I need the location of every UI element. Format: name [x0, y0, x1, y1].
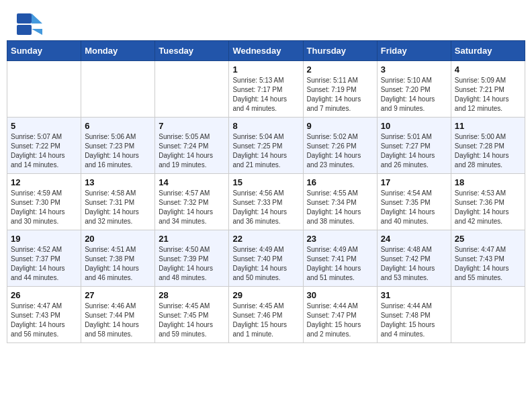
- cell-info-text: Sunrise: 4:57 AM Sunset: 7:32 PM Dayligh…: [159, 189, 225, 226]
- cell-date-number: 30: [307, 290, 373, 300]
- calendar-cell: [7, 61, 81, 118]
- cell-info-text: Sunrise: 4:56 AM Sunset: 7:33 PM Dayligh…: [232, 189, 299, 226]
- day-header-friday: Friday: [377, 41, 451, 61]
- cell-info-text: Sunrise: 4:47 AM Sunset: 7:43 PM Dayligh…: [455, 245, 521, 283]
- cell-info-text: Sunrise: 4:44 AM Sunset: 7:47 PM Dayligh…: [307, 302, 373, 339]
- calendar-cell: 18Sunrise: 4:53 AM Sunset: 7:36 PM Dayli…: [451, 174, 525, 230]
- calendar-cell: 3Sunrise: 5:10 AM Sunset: 7:20 PM Daylig…: [377, 61, 451, 118]
- cell-date-number: 13: [85, 177, 151, 187]
- cell-info-text: Sunrise: 5:11 AM Sunset: 7:19 PM Dayligh…: [307, 76, 373, 113]
- cell-date-number: 31: [381, 290, 447, 300]
- cell-info-text: Sunrise: 5:02 AM Sunset: 7:26 PM Dayligh…: [307, 132, 373, 170]
- calendar-cell: 27Sunrise: 4:46 AM Sunset: 7:44 PM Dayli…: [81, 287, 155, 343]
- calendar-cell: 4Sunrise: 5:09 AM Sunset: 7:21 PM Daylig…: [451, 61, 525, 118]
- cell-date-number: 26: [11, 290, 77, 300]
- calendar-cell: 8Sunrise: 5:04 AM Sunset: 7:25 PM Daylig…: [229, 118, 303, 174]
- cell-info-text: Sunrise: 4:45 AM Sunset: 7:46 PM Dayligh…: [232, 302, 299, 339]
- svg-rect-0: [17, 13, 32, 24]
- calendar-cell: 9Sunrise: 5:02 AM Sunset: 7:26 PM Daylig…: [303, 118, 377, 174]
- cell-date-number: 16: [307, 177, 373, 187]
- calendar-cell: [451, 287, 525, 343]
- cell-info-text: Sunrise: 4:49 AM Sunset: 7:41 PM Dayligh…: [307, 245, 373, 283]
- calendar-cell: 28Sunrise: 4:45 AM Sunset: 7:45 PM Dayli…: [155, 287, 229, 343]
- calendar-cell: 22Sunrise: 4:49 AM Sunset: 7:40 PM Dayli…: [229, 230, 303, 287]
- cell-info-text: Sunrise: 5:05 AM Sunset: 7:24 PM Dayligh…: [159, 132, 225, 170]
- day-header-thursday: Thursday: [303, 41, 377, 61]
- calendar-cell: 14Sunrise: 4:57 AM Sunset: 7:32 PM Dayli…: [155, 174, 229, 230]
- cell-date-number: 2: [307, 64, 373, 75]
- calendar-cell: 5Sunrise: 5:07 AM Sunset: 7:22 PM Daylig…: [7, 118, 81, 174]
- calendar-cell: [155, 61, 229, 118]
- day-header-sunday: Sunday: [7, 41, 81, 61]
- cell-info-text: Sunrise: 4:47 AM Sunset: 7:43 PM Dayligh…: [11, 302, 77, 339]
- calendar-week-row: 5Sunrise: 5:07 AM Sunset: 7:22 PM Daylig…: [7, 118, 525, 174]
- cell-info-text: Sunrise: 5:04 AM Sunset: 7:25 PM Dayligh…: [232, 132, 299, 170]
- calendar-cell: 21Sunrise: 4:50 AM Sunset: 7:39 PM Dayli…: [155, 230, 229, 287]
- day-header-monday: Monday: [81, 41, 155, 61]
- page-header: [7, 7, 525, 37]
- cell-date-number: 28: [159, 290, 225, 300]
- logo: [17, 13, 40, 34]
- cell-date-number: 8: [232, 121, 299, 131]
- calendar-cell: 2Sunrise: 5:11 AM Sunset: 7:19 PM Daylig…: [303, 61, 377, 118]
- calendar-table: SundayMondayTuesdayWednesdayThursdayFrid…: [7, 40, 525, 343]
- cell-date-number: 1: [232, 64, 299, 75]
- cell-info-text: Sunrise: 4:58 AM Sunset: 7:31 PM Dayligh…: [85, 189, 151, 226]
- cell-date-number: 18: [455, 177, 521, 187]
- cell-info-text: Sunrise: 5:07 AM Sunset: 7:22 PM Dayligh…: [11, 132, 77, 170]
- cell-date-number: 11: [455, 121, 521, 131]
- cell-info-text: Sunrise: 4:45 AM Sunset: 7:45 PM Dayligh…: [159, 302, 225, 339]
- calendar-cell: 17Sunrise: 4:54 AM Sunset: 7:35 PM Dayli…: [377, 174, 451, 230]
- calendar-cell: 1Sunrise: 5:13 AM Sunset: 7:17 PM Daylig…: [229, 61, 303, 118]
- calendar-cell: 30Sunrise: 4:44 AM Sunset: 7:47 PM Dayli…: [303, 287, 377, 343]
- cell-info-text: Sunrise: 4:52 AM Sunset: 7:37 PM Dayligh…: [11, 245, 77, 283]
- cell-date-number: 4: [455, 64, 521, 75]
- calendar-cell: 24Sunrise: 4:48 AM Sunset: 7:42 PM Dayli…: [377, 230, 451, 287]
- day-header-tuesday: Tuesday: [155, 41, 229, 61]
- cell-info-text: Sunrise: 4:49 AM Sunset: 7:40 PM Dayligh…: [232, 245, 299, 283]
- calendar-week-row: 19Sunrise: 4:52 AM Sunset: 7:37 PM Dayli…: [7, 230, 525, 287]
- cell-date-number: 25: [455, 234, 521, 244]
- cell-date-number: 27: [85, 290, 151, 300]
- cell-date-number: 17: [381, 177, 447, 187]
- cell-info-text: Sunrise: 5:10 AM Sunset: 7:20 PM Dayligh…: [381, 76, 447, 113]
- cell-info-text: Sunrise: 5:00 AM Sunset: 7:28 PM Dayligh…: [455, 132, 521, 170]
- calendar-cell: 13Sunrise: 4:58 AM Sunset: 7:31 PM Dayli…: [81, 174, 155, 230]
- calendar-cell: 15Sunrise: 4:56 AM Sunset: 7:33 PM Dayli…: [229, 174, 303, 230]
- cell-info-text: Sunrise: 4:53 AM Sunset: 7:36 PM Dayligh…: [455, 189, 521, 226]
- cell-date-number: 6: [85, 121, 151, 131]
- calendar-cell: 7Sunrise: 5:05 AM Sunset: 7:24 PM Daylig…: [155, 118, 229, 174]
- cell-date-number: 23: [307, 234, 373, 244]
- cell-info-text: Sunrise: 4:54 AM Sunset: 7:35 PM Dayligh…: [381, 189, 447, 226]
- cell-info-text: Sunrise: 5:06 AM Sunset: 7:23 PM Dayligh…: [85, 132, 151, 170]
- svg-rect-1: [17, 25, 32, 35]
- calendar-cell: 6Sunrise: 5:06 AM Sunset: 7:23 PM Daylig…: [81, 118, 155, 174]
- cell-info-text: Sunrise: 4:59 AM Sunset: 7:30 PM Dayligh…: [11, 189, 77, 226]
- cell-info-text: Sunrise: 4:46 AM Sunset: 7:44 PM Dayligh…: [85, 302, 151, 339]
- cell-info-text: Sunrise: 5:09 AM Sunset: 7:21 PM Dayligh…: [455, 76, 521, 113]
- calendar-cell: 19Sunrise: 4:52 AM Sunset: 7:37 PM Dayli…: [7, 230, 81, 287]
- calendar-cell: [81, 61, 155, 118]
- cell-date-number: 19: [11, 234, 77, 244]
- cell-date-number: 9: [307, 121, 373, 131]
- cell-date-number: 10: [381, 121, 447, 131]
- cell-date-number: 12: [11, 177, 77, 187]
- calendar-cell: 11Sunrise: 5:00 AM Sunset: 7:28 PM Dayli…: [451, 118, 525, 174]
- calendar-cell: 31Sunrise: 4:44 AM Sunset: 7:48 PM Dayli…: [377, 287, 451, 343]
- cell-date-number: 29: [232, 290, 299, 300]
- cell-info-text: Sunrise: 4:50 AM Sunset: 7:39 PM Dayligh…: [159, 245, 225, 283]
- calendar-header-row: SundayMondayTuesdayWednesdayThursdayFrid…: [7, 41, 525, 61]
- day-header-wednesday: Wednesday: [229, 41, 303, 61]
- cell-date-number: 3: [381, 64, 447, 75]
- svg-marker-2: [32, 13, 42, 24]
- calendar-cell: 23Sunrise: 4:49 AM Sunset: 7:41 PM Dayli…: [303, 230, 377, 287]
- day-header-saturday: Saturday: [451, 41, 525, 61]
- calendar-cell: 26Sunrise: 4:47 AM Sunset: 7:43 PM Dayli…: [7, 287, 81, 343]
- cell-date-number: 24: [381, 234, 447, 244]
- cell-date-number: 7: [159, 121, 225, 131]
- logo-icon: [17, 13, 37, 34]
- cell-date-number: 22: [232, 234, 299, 244]
- svg-marker-3: [32, 29, 42, 35]
- cell-info-text: Sunrise: 4:48 AM Sunset: 7:42 PM Dayligh…: [381, 245, 447, 283]
- cell-date-number: 21: [159, 234, 225, 244]
